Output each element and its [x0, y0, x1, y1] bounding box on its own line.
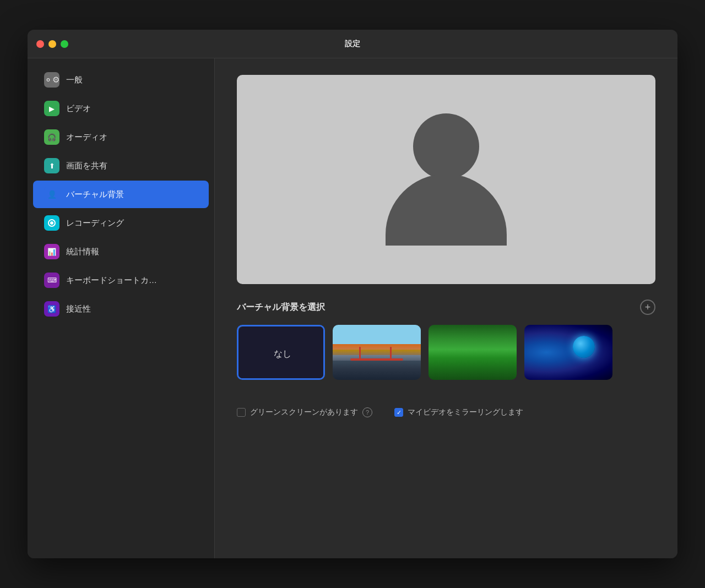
- sidebar-item-video[interactable]: ▶ ビデオ: [33, 95, 209, 122]
- sidebar-label-virtual-bg: バーチャル背景: [66, 189, 124, 200]
- bg-option-grass[interactable]: [429, 325, 517, 380]
- stats-icon: 📊: [44, 244, 59, 259]
- audio-icon: 🎧: [44, 129, 59, 145]
- add-background-button[interactable]: +: [640, 300, 655, 315]
- keyboard-icon: ⌨: [44, 273, 59, 288]
- avatar-body: [386, 174, 507, 246]
- sidebar-label-keyboard: キーボードショートカ…: [66, 275, 157, 286]
- mirror-label: マイビデオをミラーリングします: [408, 407, 523, 417]
- sidebar-item-general[interactable]: ⚙ 一般: [33, 66, 209, 94]
- titlebar: 設定: [28, 30, 677, 58]
- sidebar-label-recording: レコーディング: [66, 218, 124, 228]
- fullscreen-button[interactable]: [61, 40, 68, 48]
- sidebar-label-accessibility: 接近性: [66, 304, 91, 314]
- sidebar-label-share: 画面を共有: [66, 161, 107, 171]
- gear-icon: ⚙: [44, 72, 59, 88]
- mirror-option: マイビデオをミラーリングします: [394, 407, 523, 417]
- video-preview: [237, 75, 655, 284]
- sidebar-item-stats[interactable]: 📊 統計情報: [33, 238, 209, 265]
- sidebar-item-audio[interactable]: 🎧 オーディオ: [33, 123, 209, 151]
- sidebar-label-stats: 統計情報: [66, 247, 99, 257]
- sidebar-label-video: ビデオ: [66, 104, 91, 114]
- sidebar-item-virtual-bg[interactable]: 👤 バーチャル背景: [33, 181, 209, 208]
- bg-none-label: なし: [238, 326, 325, 380]
- avatar-placeholder: [386, 113, 507, 246]
- recording-icon: [44, 215, 59, 231]
- sidebar-label-general: 一般: [66, 75, 83, 85]
- sidebar-item-share[interactable]: ⬆ 画面を共有: [33, 152, 209, 179]
- bg-option-none[interactable]: なし: [237, 325, 325, 380]
- accessibility-icon: ♿: [44, 301, 59, 317]
- settings-window: 設定 ⚙ 一般 ▶ ビデオ 🎧 オーディオ: [28, 30, 677, 558]
- close-button[interactable]: [36, 40, 44, 48]
- virtual-bg-icon: 👤: [44, 187, 59, 202]
- content-area: ⚙ 一般 ▶ ビデオ 🎧 オーディオ ⬆ 画面を共有 👤 バーチャル背景: [28, 58, 677, 558]
- section-header: バーチャル背景を選択 +: [237, 300, 655, 315]
- sidebar-item-accessibility[interactable]: ♿ 接近性: [33, 295, 209, 323]
- bottom-options: グリーンスクリーンがあります ? マイビデオをミラーリングします: [237, 396, 655, 417]
- avatar-head: [413, 113, 479, 179]
- backgrounds-row: なし: [237, 325, 655, 380]
- green-screen-option: グリーンスクリーンがあります ?: [237, 407, 372, 417]
- share-icon: ⬆: [44, 158, 59, 173]
- sidebar-item-keyboard[interactable]: ⌨ キーボードショートカ…: [33, 266, 209, 294]
- sidebar-item-recording[interactable]: レコーディング: [33, 209, 209, 237]
- video-icon: ▶: [44, 101, 59, 116]
- sidebar-label-audio: オーディオ: [66, 132, 107, 143]
- help-icon[interactable]: ?: [362, 407, 372, 417]
- green-screen-checkbox[interactable]: [237, 408, 246, 417]
- bg-option-space[interactable]: [524, 325, 612, 380]
- section-title: バーチャル背景を選択: [237, 302, 325, 313]
- minimize-button[interactable]: [48, 40, 56, 48]
- window-title: 設定: [345, 39, 360, 49]
- mirror-checkbox[interactable]: [394, 408, 403, 417]
- main-content: バーチャル背景を選択 + なし: [215, 58, 677, 558]
- sidebar: ⚙ 一般 ▶ ビデオ 🎧 オーディオ ⬆ 画面を共有 👤 バーチャル背景: [28, 58, 215, 558]
- bg-option-bridge[interactable]: [333, 325, 421, 380]
- traffic-lights: [36, 40, 68, 48]
- green-screen-label: グリーンスクリーンがあります: [250, 407, 358, 417]
- svg-point-1: [50, 221, 53, 225]
